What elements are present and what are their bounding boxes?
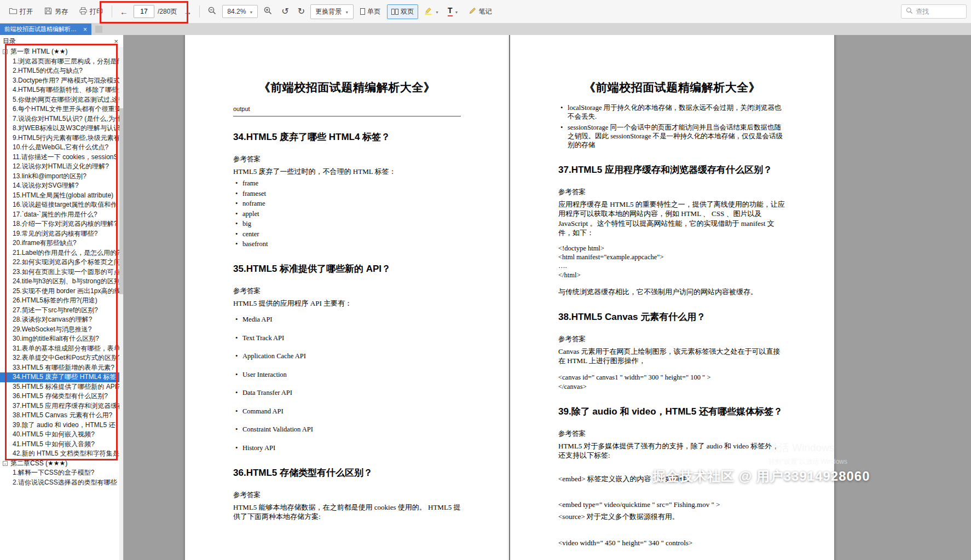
toc-item[interactable]: 33.HTML5 有哪些新增的表单元素? (0, 363, 123, 373)
toc-item[interactable]: 28.谈谈你对canvas的理解? (0, 315, 123, 325)
answer-label: 参考答案 (558, 188, 786, 197)
rotate-left-button[interactable] (278, 4, 292, 19)
prev-page-button[interactable] (117, 5, 131, 19)
page-number-input[interactable] (134, 5, 154, 18)
toc-item[interactable]: 31.表单的基本组成部分有哪些，表单 (0, 344, 123, 354)
double-page-button[interactable]: 双页 (387, 4, 418, 19)
zoom-out-button[interactable] (204, 3, 220, 20)
toc-item[interactable]: 38.HTML5 Canvas 元素有什么用? (0, 411, 123, 421)
toc-item[interactable]: 35.HTML5 标准提供了哪些新的 API? (0, 382, 123, 392)
toc-item[interactable]: 26.HTML5标签的作用?(用途) (0, 296, 123, 306)
back-arrow-icon (120, 8, 128, 16)
toc-item[interactable]: 41.HTML5 中如何嵌入音频? (0, 440, 123, 450)
document-tab[interactable]: 前端校招面试题精编解析大全无... (0, 24, 91, 35)
toc-item-label: 28.谈谈你对canvas的理解? (13, 316, 92, 323)
search-box[interactable] (901, 4, 967, 19)
text-tool-icon: T (448, 7, 453, 16)
toc-scrollbar[interactable] (119, 47, 123, 560)
list-item: Constraint Validation API (233, 425, 461, 434)
toc-item[interactable]: 15.HTML全局属性(global attribute) (0, 191, 123, 201)
toc-item[interactable]: 7.说说你对HTML5认识? (是什么,为什 (0, 114, 123, 124)
toc-item[interactable]: 4.HTML5有哪些新特性、移除了哪些元 (0, 85, 123, 95)
toolbar: 打开 另存 打印 /280页 84.2% 更换背景 (0, 0, 971, 24)
zoom-out-icon (207, 6, 217, 17)
collapse-expander-icon[interactable] (3, 49, 8, 54)
document-view[interactable]: 《前端校招面试题精编解析大全》 output 34.HTML5 废弃了哪些 HT… (124, 35, 971, 560)
toc-item-label: 38.HTML5 Canvas 元素有什么用? (13, 411, 112, 419)
open-button[interactable]: 打开 (4, 4, 37, 20)
toc-item[interactable]: 1.解释一下CSS的盒子模型? (0, 468, 123, 478)
toc-item[interactable]: 12.说说你对HTML语义化的理解? (0, 162, 123, 172)
toc-item[interactable]: 6.每个HTML文件里开头都有个很重要 (0, 104, 123, 114)
toc-item[interactable]: 3.Doctype作用? 严格模式与混杂模式 (0, 76, 123, 86)
toc-item-label: 22.如何实现浏览器内多个标签页之间 (13, 258, 120, 266)
rotate-right-button[interactable] (294, 4, 308, 19)
toc-item[interactable]: 22.如何实现浏览器内多个标签页之间 (0, 258, 123, 267)
search-input[interactable] (916, 8, 962, 15)
note-button[interactable]: 笔记 (464, 4, 496, 19)
toc-item[interactable]: 1.浏览器页面有哪三层构成，分别是什 (0, 57, 123, 67)
toc-item[interactable]: 9.HTML5行内元素有哪些,块级元素有 (0, 133, 123, 143)
toc-scrollbar-thumb[interactable] (119, 108, 123, 294)
save-as-button[interactable]: 另存 (39, 4, 72, 20)
toc-item[interactable]: 17.`data-`属性的作用是什么? (0, 210, 123, 220)
toc-item[interactable]: 39.除了 audio 和 video，HTML5 还 (0, 421, 123, 430)
print-button[interactable]: 打印 (74, 4, 107, 20)
chevron-down-icon (345, 8, 349, 15)
note-label: 笔记 (479, 7, 492, 16)
toc-item-label: 19.常见的浏览器内核有哪些? (13, 230, 97, 237)
zoom-in-button[interactable] (260, 3, 276, 20)
toc-close-icon[interactable] (114, 37, 118, 45)
toc-item[interactable]: 34.HTML5 废弃了哪些 HTML4 标签 (0, 372, 123, 382)
toc-item[interactable]: 18.介绍一下你对浏览器内核的理解? (0, 219, 123, 229)
next-page-button[interactable] (180, 5, 195, 19)
toc-item[interactable]: 42.新的 HTML5 文档类型和字符集是 (0, 449, 123, 459)
single-page-button[interactable]: 单页 (356, 4, 385, 19)
toc-chapter-row[interactable]: 第一章 HTML (★★) (0, 47, 123, 57)
toc-item[interactable]: 30.img的title和alt有什么区别? (0, 334, 123, 344)
toc-item[interactable]: 40.HTML5 中如何嵌入视频? (0, 430, 123, 440)
toc-item-label: 42.新的 HTML5 文档类型和字符集是 (13, 450, 119, 457)
list-item: localStorage 用于持久化的本地存储，数据永远不会过期，关闭浏览器也不… (558, 103, 786, 121)
text-annotation-button[interactable]: T (444, 4, 462, 19)
toc-item[interactable]: 11.请你描述一下 cookies，sessionS (0, 153, 123, 162)
tab-close-icon[interactable] (83, 26, 87, 33)
toc-item-label: 32.表单提交中Get和Post方式的区别? (13, 354, 122, 361)
toc-item-label: 3.Doctype作用? 严格模式与混杂模式 (13, 77, 120, 84)
toc-item[interactable]: 19.常见的浏览器内核有哪些? (0, 229, 123, 239)
toc-item[interactable]: 8.对WEB标准以及W3C的理解与认识? (0, 124, 123, 133)
toc-item[interactable]: 2.HTML5的优点与缺点? (0, 66, 123, 76)
toc-item[interactable]: 21.Label的作用是什么，是怎么用的? (0, 248, 123, 258)
toc-item[interactable]: 37.HTML5 应用程序缓存和浏览器缓存 (0, 401, 123, 411)
highlighter-button[interactable] (420, 3, 442, 20)
forward-arrow-icon (183, 8, 192, 16)
toc-item-label: 12.说说你对HTML语义化的理解? (13, 162, 109, 170)
toc-item[interactable]: 16.说说超链接target属性的取值和作 (0, 200, 123, 210)
toc-item-label: 41.HTML5 中如何嵌入音频? (13, 440, 95, 448)
toc-item-label: 34.HTML5 废弃了哪些 HTML4 标签 (13, 373, 116, 381)
toc-item[interactable]: 32.表单提交中Get和Post方式的区别? (0, 353, 123, 363)
toc-item[interactable]: 5.你做的网页在哪些浏览器测试过,这些 (0, 95, 123, 105)
toc-chapter-row[interactable]: 第二章CSS (★★★) (0, 459, 123, 469)
toc-item[interactable]: 36.HTML5 存储类型有什么区别? (0, 392, 123, 401)
toc-item[interactable]: 27.简述一下src与href的区别? (0, 306, 123, 316)
toc-item[interactable]: 20.iframe有那些缺点? (0, 238, 123, 248)
new-tab-button[interactable] (95, 26, 102, 33)
toc-item[interactable]: 14.说说你对SVG理解? (0, 181, 123, 191)
toc-item[interactable]: 24.title与h3的区别、b与strong的区别 (0, 277, 123, 287)
toc-item[interactable]: 25.实现不使用 border 画出1px高的线 (0, 287, 123, 296)
chevron-down-icon (435, 8, 439, 15)
toc-item[interactable]: 13.link和@import的区别? (0, 172, 123, 182)
toc-item[interactable]: 2.请你说说CSS选择器的类型有哪些， (0, 478, 123, 488)
code-line: </canvas> (558, 382, 786, 391)
collapse-expander-icon[interactable] (3, 461, 8, 466)
zoom-level-select[interactable]: 84.2% (222, 5, 258, 18)
change-background-select[interactable]: 更换背景 (310, 4, 354, 19)
toc-item-label: 35.HTML5 标准提供了哪些新的 API? (13, 383, 120, 390)
toc-item[interactable]: 23.如何在页面上实现一个圆形的可点 (0, 267, 123, 277)
toc-item[interactable]: 10.什么是WebGL,它有什么优点? (0, 143, 123, 153)
toc-item-label: 33.HTML5 有哪些新增的表单元素? (13, 364, 114, 371)
toc-item[interactable]: 29.WebSocket与消息推送? (0, 325, 123, 335)
toc-item-label: 37.HTML5 应用程序缓存和浏览器缓存 (13, 402, 123, 410)
code-block: <canvas id=" canvas1 " width=" 300 " hei… (558, 373, 786, 391)
